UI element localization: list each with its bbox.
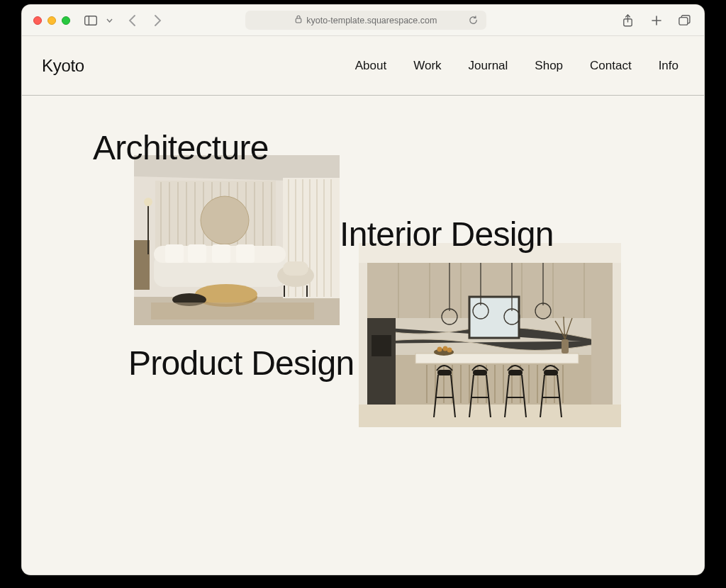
- lock-icon: [295, 15, 302, 26]
- address-bar-text: kyoto-template.squarespace.com: [306, 16, 437, 26]
- hero-link-interior-design[interactable]: Interior Design: [340, 217, 554, 251]
- address-bar[interactable]: kyoto-template.squarespace.com: [245, 11, 486, 30]
- svg-rect-41: [236, 244, 255, 263]
- svg-rect-38: [165, 244, 184, 263]
- svg-point-52: [144, 198, 152, 206]
- page-content: Kyoto About Work Journal Shop Contact In…: [22, 36, 704, 575]
- svg-rect-43: [283, 261, 308, 276]
- nav-work[interactable]: Work: [413, 59, 441, 73]
- chevron-down-icon[interactable]: [106, 13, 113, 28]
- sidebar-toggle-icon[interactable]: [83, 13, 99, 28]
- svg-point-114: [437, 347, 442, 352]
- window-controls: [33, 16, 70, 25]
- svg-rect-40: [212, 244, 230, 263]
- svg-rect-67: [591, 263, 613, 417]
- nav-contact[interactable]: Contact: [590, 59, 632, 73]
- svg-rect-117: [562, 339, 569, 354]
- nav-shop[interactable]: Shop: [535, 59, 563, 73]
- share-icon[interactable]: [620, 13, 636, 28]
- browser-window: kyoto-template.squarespace.com: [21, 4, 705, 575]
- svg-rect-101: [474, 371, 486, 375]
- hero-section: Architecture Interior Design Product Des…: [22, 96, 704, 575]
- hero-link-product-design[interactable]: Product Design: [128, 346, 354, 380]
- nav-journal[interactable]: Journal: [469, 59, 508, 73]
- nav-arrow-group: [124, 13, 165, 28]
- hero-image-living-room: [134, 155, 340, 325]
- nav-info[interactable]: Info: [659, 59, 678, 73]
- svg-rect-65: [367, 318, 396, 417]
- svg-point-115: [443, 346, 448, 351]
- svg-rect-39: [188, 244, 206, 263]
- close-window-button[interactable]: [33, 16, 42, 25]
- svg-rect-49: [151, 303, 314, 320]
- svg-rect-105: [509, 371, 522, 375]
- hero-link-architecture[interactable]: Architecture: [93, 131, 269, 165]
- svg-rect-109: [544, 371, 557, 375]
- svg-point-116: [447, 348, 452, 353]
- hero-image-kitchen: [359, 243, 621, 427]
- forward-button[interactable]: [150, 13, 165, 28]
- browser-toolbar: kyoto-template.squarespace.com: [22, 5, 704, 36]
- svg-rect-0: [85, 16, 97, 25]
- svg-rect-66: [372, 335, 391, 356]
- site-brand[interactable]: Kyoto: [42, 56, 84, 76]
- svg-rect-50: [134, 240, 150, 290]
- zoom-window-button[interactable]: [62, 16, 70, 25]
- new-tab-icon[interactable]: [649, 13, 664, 28]
- tabs-overview-icon[interactable]: [677, 13, 693, 28]
- primary-nav: About Work Journal Shop Contact Info: [355, 59, 678, 73]
- svg-rect-7: [679, 18, 688, 25]
- minimize-window-button[interactable]: [48, 16, 56, 25]
- refresh-icon[interactable]: [465, 13, 481, 28]
- back-button[interactable]: [124, 13, 140, 28]
- svg-rect-97: [438, 371, 451, 375]
- svg-rect-2: [296, 18, 301, 23]
- toolbar-right-group: [620, 13, 693, 28]
- nav-about[interactable]: About: [355, 59, 386, 73]
- site-header: Kyoto About Work Journal Shop Contact In…: [22, 36, 704, 96]
